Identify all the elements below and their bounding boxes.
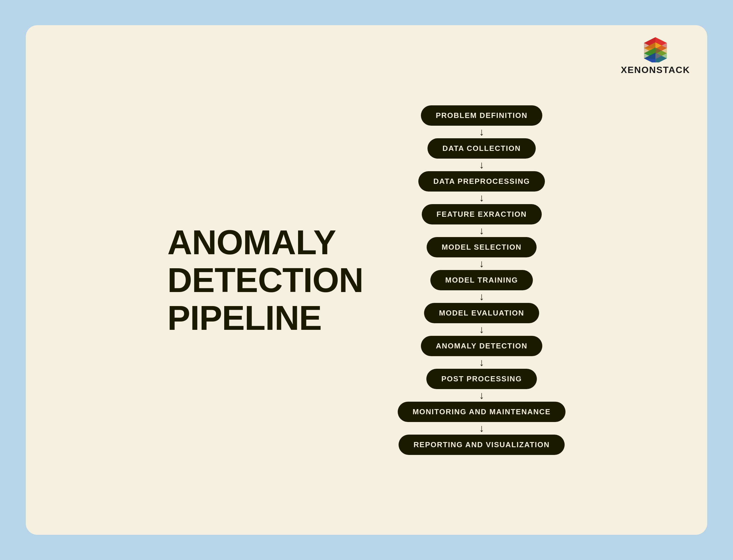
pipeline-step-0: PROBLEM DEFINITION (421, 105, 543, 126)
arrow-down-icon: ↓ (479, 291, 484, 302)
title-line1: ANOMALY (168, 223, 363, 261)
pipeline-step-1: DATA COLLECTION (427, 138, 536, 159)
pipeline-step-2: DATA PREPROCESSING (418, 171, 545, 192)
logo-text: XENONSTACK (621, 65, 690, 75)
logo-icon (640, 37, 671, 62)
main-card: XENONSTACK ANOMALY DETECTION PIPELINE PR… (26, 25, 707, 535)
pipeline-step-wrapper: POST PROCESSING↓ (426, 369, 537, 402)
pipeline-step-7: ANOMALY DETECTION (421, 336, 542, 356)
pipeline-step-wrapper: DATA COLLECTION↓ (427, 138, 536, 171)
pipeline-step-8: POST PROCESSING (426, 369, 537, 389)
arrow-down-icon: ↓ (479, 357, 484, 368)
main-title: ANOMALY DETECTION PIPELINE (168, 223, 363, 337)
main-content: ANOMALY DETECTION PIPELINE PROBLEM DEFIN… (26, 25, 707, 535)
pipeline-step-4: MODEL SELECTION (427, 237, 536, 257)
arrow-down-icon: ↓ (479, 259, 484, 269)
arrow-down-icon: ↓ (479, 127, 484, 137)
pipeline-step-wrapper: FEATURE EXRACTION↓ (422, 204, 542, 237)
pipeline-step-6: MODEL EVALUATION (424, 303, 539, 323)
pipeline-step-10: REPORTING AND VISUALIZATION (399, 435, 565, 455)
pipeline-step-wrapper: MODEL EVALUATION↓ (424, 303, 539, 336)
arrow-down-icon: ↓ (479, 390, 484, 401)
pipeline-step-wrapper: MODEL SELECTION↓ (427, 237, 536, 270)
pipeline-step-wrapper: ANOMALY DETECTION↓ (421, 336, 542, 369)
pipeline-section: PROBLEM DEFINITION↓DATA COLLECTION↓DATA … (398, 105, 565, 455)
pipeline-step-wrapper: REPORTING AND VISUALIZATION (399, 435, 565, 455)
arrow-down-icon: ↓ (479, 226, 484, 236)
pipeline-step-wrapper: DATA PREPROCESSING↓ (418, 171, 545, 204)
title-line2: DETECTION (168, 261, 363, 299)
pipeline-step-3: FEATURE EXRACTION (422, 204, 542, 224)
arrow-down-icon: ↓ (479, 324, 484, 335)
arrow-down-icon: ↓ (479, 160, 484, 170)
title-section: ANOMALY DETECTION PIPELINE (168, 223, 363, 337)
pipeline-step-wrapper: PROBLEM DEFINITION↓ (421, 105, 543, 138)
pipeline-step-wrapper: MONITORING AND MAINTENANCE↓ (398, 402, 565, 435)
arrow-down-icon: ↓ (479, 193, 484, 203)
arrow-down-icon: ↓ (479, 423, 484, 433)
pipeline-step-wrapper: MODEL TRAINING↓ (430, 270, 533, 303)
pipeline-step-5: MODEL TRAINING (430, 270, 533, 290)
pipeline-step-9: MONITORING AND MAINTENANCE (398, 402, 565, 422)
title-line3: PIPELINE (168, 299, 363, 337)
logo-area: XENONSTACK (621, 37, 690, 75)
